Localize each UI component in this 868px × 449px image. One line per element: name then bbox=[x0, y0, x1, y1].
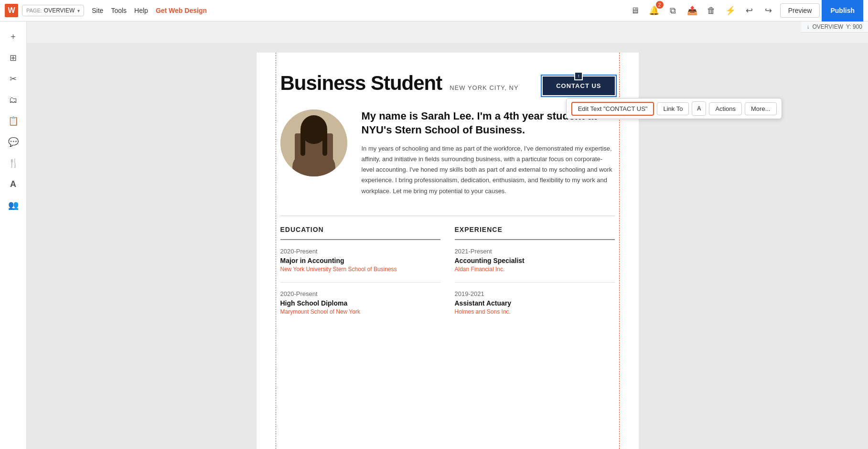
name-row: Business Student NEW YORK CITY, NY bbox=[280, 72, 519, 95]
desktop-preview-icon[interactable]: 🖥 bbox=[627, 3, 643, 18]
page-name: OVERVIEW bbox=[44, 7, 75, 14]
education-entry-1: 2020-Present Major in Accounting New Yor… bbox=[280, 248, 440, 273]
exp-date-1: 2021-Present bbox=[455, 248, 615, 255]
top-navigation: W PAGE: OVERVIEW ▾ Site Tools Help Get W… bbox=[0, 0, 868, 22]
experience-header: EXPERIENCE bbox=[455, 226, 615, 233]
fork-icon: 🍴 bbox=[8, 158, 19, 168]
breadcrumb-y: Y: 900 bbox=[846, 23, 862, 30]
contact-button-wrapper: ! CONTACT US Edit Text "CONTACT US" Link… bbox=[543, 77, 614, 95]
bio-section: My name is Sarah Lee. I'm a 4th year stu… bbox=[280, 110, 615, 197]
chat-icon: 💬 bbox=[8, 137, 19, 147]
page-canvas: Business Student NEW YORK CITY, NY ! CON… bbox=[257, 53, 639, 449]
exp-sub-1: Aldan Financial Inc. bbox=[455, 266, 615, 273]
exp-entry-divider bbox=[455, 282, 615, 283]
contact-button-selected-state: ! CONTACT US bbox=[543, 77, 614, 95]
preview-button[interactable]: Preview bbox=[780, 3, 820, 18]
main-name: Business Student bbox=[280, 72, 442, 95]
breadcrumb: ↓ OVERVIEW Y: 900 bbox=[801, 22, 868, 33]
context-toolbar: Edit Text "CONTACT US" Link To A Actions… bbox=[566, 98, 782, 119]
experience-column: EXPERIENCE 2021-Present Accounting Speci… bbox=[455, 226, 615, 325]
sidebar-item-add[interactable]: + bbox=[4, 27, 23, 46]
people-icon: 👥 bbox=[8, 200, 19, 210]
import-icon[interactable]: 📤 bbox=[685, 3, 700, 18]
page-label: PAGE: bbox=[26, 8, 42, 13]
actions-button[interactable]: Actions bbox=[709, 102, 742, 115]
svg-rect-5 bbox=[300, 130, 305, 156]
two-column-section: EDUCATION 2020-Present Major in Accounti… bbox=[280, 226, 615, 325]
nav-tools[interactable]: Tools bbox=[111, 7, 127, 14]
education-divider bbox=[280, 239, 440, 240]
breadcrumb-arrow-icon: ↓ bbox=[807, 23, 810, 30]
sidebar: + ⊞ ✂ 🗂 📋 💬 🍴 A 👥 bbox=[0, 22, 27, 449]
main-wrapper: Business Student NEW YORK CITY, NY ! CON… bbox=[27, 43, 868, 449]
education-column: EDUCATION 2020-Present Major in Accounti… bbox=[280, 226, 440, 325]
edit-text-button[interactable]: Edit Text "CONTACT US" bbox=[571, 102, 654, 116]
bio-text-block: My name is Sarah Lee. I'm a 4th year stu… bbox=[362, 110, 615, 197]
more-button[interactable]: More... bbox=[745, 102, 776, 115]
link-to-button[interactable]: Link To bbox=[657, 102, 689, 115]
page-selector[interactable]: PAGE: OVERVIEW ▾ bbox=[22, 5, 84, 16]
education-header: EDUCATION bbox=[280, 226, 440, 233]
font-icon: A bbox=[10, 179, 16, 189]
breadcrumb-page: OVERVIEW bbox=[813, 23, 843, 30]
sidebar-item-tools[interactable]: ✂ bbox=[4, 69, 23, 88]
edu-entry-divider bbox=[280, 282, 440, 283]
sidebar-item-pages[interactable]: ⊞ bbox=[4, 48, 23, 67]
svg-rect-6 bbox=[322, 130, 327, 156]
sidebar-item-people[interactable]: 👥 bbox=[4, 196, 23, 215]
edu-title-1: Major in Accounting bbox=[280, 257, 440, 264]
get-web-design-link[interactable]: Get Web Design bbox=[156, 7, 207, 14]
nav-icons: 🖥 🔔 2 ⧉ 📤 🗑 ⚡ ↩ ↪ bbox=[627, 3, 776, 18]
exp-date-2: 2019-2021 bbox=[455, 290, 615, 297]
redo-icon[interactable]: ↪ bbox=[761, 3, 776, 18]
sidebar-item-font[interactable]: A bbox=[4, 175, 23, 194]
tools-icon: ✂ bbox=[10, 74, 17, 84]
layers-icon[interactable]: ⚡ bbox=[723, 3, 738, 18]
nav-site[interactable]: Site bbox=[92, 7, 103, 14]
bio-body: In my years of schooling and time as par… bbox=[362, 143, 615, 196]
notification-badge: 2 bbox=[656, 1, 664, 9]
sidebar-item-chat[interactable]: 💬 bbox=[4, 132, 23, 152]
exp-title-1: Accounting Specialist bbox=[455, 257, 615, 264]
copy-icon[interactable]: ⧉ bbox=[665, 3, 681, 18]
publish-button[interactable]: Publish bbox=[822, 0, 863, 22]
undo-icon[interactable]: ↩ bbox=[742, 3, 757, 18]
experience-entry-1: 2021-Present Accounting Specialist Aldan… bbox=[455, 248, 615, 273]
edu-title-2: High School Diploma bbox=[280, 299, 440, 307]
edu-sub-1: New York University Stern School of Busi… bbox=[280, 266, 440, 273]
header-section: Business Student NEW YORK CITY, NY ! CON… bbox=[280, 72, 615, 95]
sidebar-item-folder[interactable]: 🗂 bbox=[4, 90, 23, 110]
location-text: NEW YORK CITY, NY bbox=[450, 84, 518, 91]
add-icon: + bbox=[11, 32, 16, 42]
main-divider bbox=[280, 216, 615, 216]
exp-sub-2: Holmes and Sons Inc. bbox=[455, 308, 615, 315]
exp-title-2: Assistant Actuary bbox=[455, 299, 615, 307]
canvas-left-border bbox=[276, 53, 276, 449]
profile-photo bbox=[280, 110, 347, 176]
nav-help[interactable]: Help bbox=[134, 7, 148, 14]
selection-handle: ! bbox=[574, 72, 583, 80]
trash-icon[interactable]: 🗑 bbox=[704, 3, 719, 18]
notifications-button[interactable]: 🔔 2 bbox=[646, 3, 662, 18]
folder-icon: 🗂 bbox=[9, 95, 18, 105]
edu-date-1: 2020-Present bbox=[280, 248, 440, 255]
sidebar-item-fork[interactable]: 🍴 bbox=[4, 153, 23, 173]
name-location-block: Business Student NEW YORK CITY, NY bbox=[280, 72, 519, 95]
edu-date-2: 2020-Present bbox=[280, 290, 440, 297]
sidebar-item-contacts[interactable]: 📋 bbox=[4, 111, 23, 131]
chevron-down-icon: ▾ bbox=[77, 8, 80, 13]
education-entry-2: 2020-Present High School Diploma Marymou… bbox=[280, 290, 440, 315]
experience-entry-2: 2019-2021 Assistant Actuary Holmes and S… bbox=[455, 290, 615, 315]
pages-icon: ⊞ bbox=[10, 53, 17, 63]
profile-avatar-svg bbox=[280, 110, 347, 176]
experience-divider bbox=[455, 239, 615, 240]
font-style-icon-button[interactable]: A bbox=[692, 101, 706, 116]
edu-sub-2: Marymount School of New York bbox=[280, 308, 440, 315]
logo: W bbox=[5, 4, 18, 17]
contacts-icon: 📋 bbox=[8, 116, 19, 126]
nav-links: Site Tools Help bbox=[92, 7, 148, 14]
